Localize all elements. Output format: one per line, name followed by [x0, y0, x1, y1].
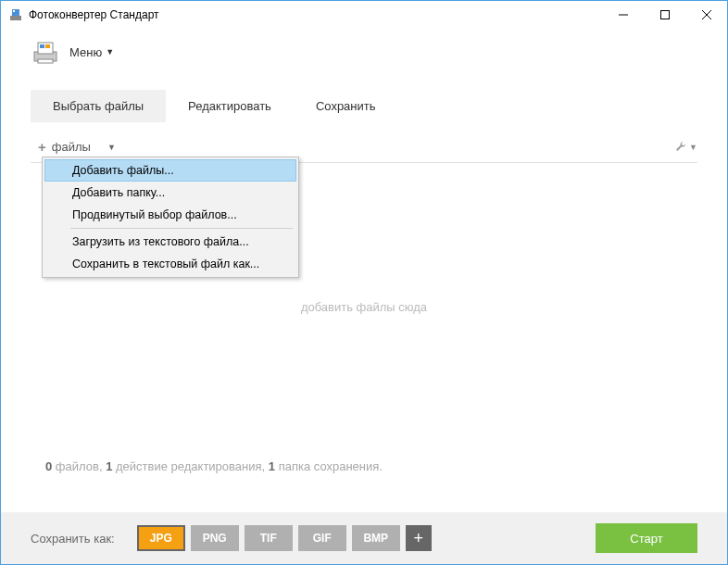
add-files-label: файлы	[52, 140, 91, 154]
tab-select-files[interactable]: Выбрать файлы	[31, 90, 166, 122]
status-bar: 0 файлов, 1 действие редактирования, 1 п…	[1, 450, 727, 483]
actions-word: действие редактирования,	[116, 459, 265, 473]
tabs: Выбрать файлы Редактировать Сохранить	[1, 90, 727, 122]
add-files-dropdown-toggle[interactable]: ▼	[107, 143, 116, 152]
printer-icon	[31, 37, 60, 67]
tab-edit[interactable]: Редактировать	[166, 90, 294, 122]
save-as-label: Сохранить как:	[31, 532, 115, 546]
window-title: Фотоконвертер Стандарт	[29, 8, 602, 21]
footer: Сохранить как: JPG PNG TIF GIF BMP + Ста…	[1, 512, 727, 564]
files-word: файлов,	[56, 459, 103, 473]
svg-rect-9	[40, 44, 44, 48]
folders-count: 1	[269, 459, 275, 473]
menu-button[interactable]: Меню	[69, 45, 102, 59]
dropdown-item-load-from-text[interactable]: Загрузить из текстового файла...	[44, 231, 296, 253]
wrench-icon	[674, 141, 687, 154]
format-gif[interactable]: GIF	[298, 525, 346, 551]
titlebar: Фотоконвертер Стандарт	[1, 1, 727, 29]
app-icon	[8, 7, 23, 22]
svg-rect-10	[45, 44, 50, 48]
minimize-button[interactable]	[602, 1, 644, 29]
add-files-button[interactable]: + файлы	[31, 135, 98, 158]
files-count: 0	[45, 459, 52, 473]
format-tif[interactable]: TIF	[245, 525, 293, 551]
format-add-button[interactable]: +	[406, 525, 432, 551]
svg-rect-0	[10, 16, 21, 20]
drop-placeholder: добавить файлы сюда	[301, 300, 427, 314]
format-buttons: JPG PNG TIF GIF BMP +	[137, 525, 432, 551]
toolbar-left: + файлы ▼	[31, 135, 116, 158]
format-jpg[interactable]: JPG	[137, 525, 185, 551]
dropdown-item-advanced-select[interactable]: Продвинутый выбор файлов...	[44, 204, 296, 226]
settings-button[interactable]: ▼	[674, 141, 697, 154]
tab-save[interactable]: Сохранить	[294, 90, 398, 122]
dropdown-item-save-to-text[interactable]: Сохранить в текстовый файл как...	[44, 253, 296, 275]
folders-word: папка сохранения.	[279, 459, 383, 473]
format-bmp[interactable]: BMP	[352, 525, 400, 551]
dropdown-item-add-folder[interactable]: Добавить папку...	[44, 182, 296, 204]
add-files-dropdown: Добавить файлы... Добавить папку... Прод…	[42, 157, 299, 278]
menubar: Меню ▼	[1, 29, 727, 75]
start-button[interactable]: Старт	[596, 523, 697, 553]
maximize-button[interactable]	[644, 1, 685, 29]
dropdown-item-add-files[interactable]: Добавить файлы...	[44, 159, 296, 182]
chevron-down-icon[interactable]: ▼	[106, 47, 114, 56]
dropdown-separator	[70, 228, 293, 229]
plus-icon: +	[38, 139, 46, 155]
window-controls	[602, 1, 727, 29]
svg-rect-11	[38, 59, 53, 63]
close-button[interactable]	[685, 1, 727, 29]
svg-rect-2	[13, 10, 15, 12]
format-png[interactable]: PNG	[191, 525, 239, 551]
chevron-down-icon: ▼	[689, 143, 697, 152]
actions-count: 1	[106, 459, 112, 473]
svg-rect-4	[660, 11, 669, 19]
